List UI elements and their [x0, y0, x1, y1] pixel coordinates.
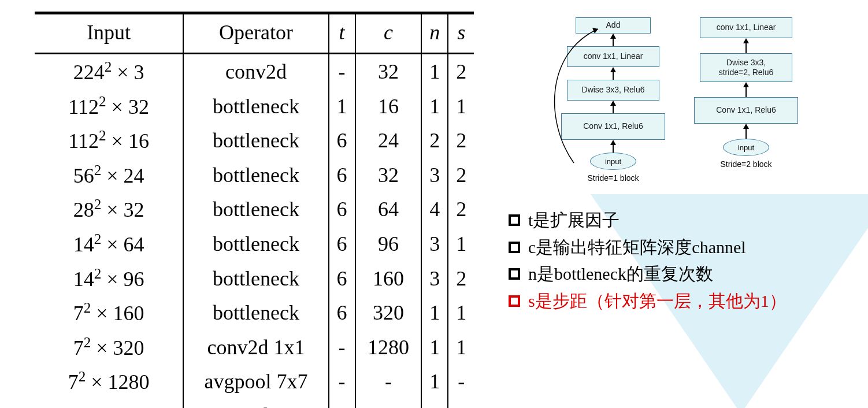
cell-c: k [355, 399, 422, 408]
cell-t: - [329, 364, 355, 399]
cell-s: - [448, 364, 474, 399]
table-row: 72 × 320conv2d 1x1-128011 [35, 330, 474, 365]
architecture-table: Input Operator t c n s 2242 × 3conv2d-32… [35, 12, 474, 408]
stride2-caption: Stride=2 block [720, 160, 771, 169]
cell-operator: bottleneck [183, 158, 328, 192]
cell-input: 72 × 320 [35, 330, 183, 365]
cell-input: 2242 × 3 [35, 54, 183, 89]
cell-t: - [329, 54, 355, 89]
table-row: 1122 × 32bottleneck11611 [35, 89, 474, 124]
cell-t: 6 [329, 192, 355, 227]
cell-c: - [355, 364, 422, 399]
cell-input: 142 × 96 [35, 261, 183, 296]
stride1-caption: Stride=1 block [587, 173, 639, 183]
th-n: n [421, 13, 448, 54]
bullet-square-icon [509, 214, 520, 226]
table-row: 1122 × 16bottleneck62422 [35, 123, 474, 158]
cell-input: 72 × 1280 [35, 364, 183, 399]
bullet-c-text: c是输出特征矩阵深度channel [528, 234, 746, 261]
bullet-square-icon [509, 242, 520, 253]
cell-c: 24 [355, 123, 422, 158]
cell-c: 1280 [355, 330, 422, 365]
cell-operator: bottleneck [183, 295, 328, 330]
bullet-n: n是bottleneck的重复次数 [509, 261, 862, 288]
cell-c: 32 [355, 158, 422, 192]
dwise3x3-s2-box: Dwise 3x3, stride=2, Relu6 [700, 53, 792, 82]
cell-n: 1 [421, 364, 448, 399]
th-t: t [329, 13, 355, 54]
cell-operator: conv2d [183, 54, 328, 89]
dwise3x3-box: Dwise 3x3, Relu6 [567, 80, 659, 101]
cell-input: 142 × 64 [35, 227, 183, 261]
cell-c: 64 [355, 192, 422, 227]
bullet-t-text: t是扩展因子 [528, 207, 620, 234]
cell-operator: bottleneck [183, 192, 328, 227]
th-input: Input [35, 13, 183, 54]
cell-n: 1 [421, 295, 448, 330]
cell-n: 4 [421, 192, 448, 227]
bullet-s: s是步距（针对第一层，其他为1） [509, 288, 862, 315]
cell-c: 16 [355, 89, 422, 124]
cell-operator: bottleneck [183, 123, 328, 158]
cell-s: 2 [448, 192, 474, 227]
bullet-n-text: n是bottleneck的重复次数 [528, 261, 713, 288]
cell-c: 32 [355, 54, 422, 89]
cell-n: 2 [421, 123, 448, 158]
cell-input: 562 × 24 [35, 158, 183, 192]
cell-operator: avgpool 7x7 [183, 364, 328, 399]
cell-c: 160 [355, 261, 422, 296]
conv1x1-linear-box-2: conv 1x1, Linear [700, 17, 792, 38]
cell-n: 1 [421, 330, 448, 365]
cell-n: 3 [421, 227, 448, 261]
parameter-legend: t是扩展因子 c是输出特征矩阵深度channel n是bottleneck的重复… [509, 207, 862, 314]
bullet-t: t是扩展因子 [509, 207, 862, 234]
cell-input: 1122 × 16 [35, 123, 183, 158]
stride2-block: conv 1x1, Linear Dwise 3x3, stride=2, Re… [694, 17, 798, 183]
cell-t: 6 [329, 158, 355, 192]
cell-input: 1 × 1 × 1280 [35, 399, 183, 408]
th-operator: Operator [183, 13, 328, 54]
cell-operator: bottleneck [183, 89, 328, 124]
table-row: 562 × 24bottleneck63232 [35, 158, 474, 192]
cell-n: 3 [421, 158, 448, 192]
cell-operator: conv2d 1x1 [183, 330, 328, 365]
cell-s: 2 [448, 261, 474, 296]
block-diagram: Add conv 1x1, Linear Dwise 3x3, Relu6 Co… [497, 12, 862, 183]
cell-t: 1 [329, 89, 355, 124]
cell-t: 6 [329, 295, 355, 330]
th-c: c [355, 13, 422, 54]
cell-s: 1 [448, 295, 474, 330]
cell-t: 6 [329, 123, 355, 158]
cell-t: - [329, 330, 355, 365]
cell-n: 1 [421, 89, 448, 124]
table-row: 2242 × 3conv2d-3212 [35, 54, 474, 89]
table-row: 72 × 160bottleneck632011 [35, 295, 474, 330]
cell-t: 6 [329, 227, 355, 261]
cell-c: 320 [355, 295, 422, 330]
th-s: s [448, 13, 474, 54]
cell-t: - [329, 399, 355, 408]
cell-s: 2 [448, 123, 474, 158]
cell-input: 282 × 32 [35, 192, 183, 227]
bullet-c: c是输出特征矩阵深度channel [509, 234, 862, 261]
cell-input: 72 × 160 [35, 295, 183, 330]
table-row: 1 × 1 × 1280conv2d 1x1-k- [35, 399, 474, 408]
table-row: 142 × 96bottleneck616032 [35, 261, 474, 296]
cell-s [448, 399, 474, 408]
cell-c: 96 [355, 227, 422, 261]
table-row: 142 × 64bottleneck69631 [35, 227, 474, 261]
input-ellipse-2: input [723, 139, 769, 156]
cell-t: 6 [329, 261, 355, 296]
table-row: 282 × 32bottleneck66442 [35, 192, 474, 227]
conv1x1-linear-box: conv 1x1, Linear [567, 46, 659, 67]
cell-s: 1 [448, 227, 474, 261]
bullet-square-icon [509, 295, 520, 307]
add-box: Add [576, 17, 651, 34]
conv1x1-relu6-box-2: Conv 1x1, Relu6 [694, 97, 798, 124]
input-ellipse: input [590, 153, 636, 170]
cell-operator: bottleneck [183, 227, 328, 261]
cell-n: 3 [421, 261, 448, 296]
cell-input: 1122 × 32 [35, 89, 183, 124]
bullet-s-text: s是步距（针对第一层，其他为1） [528, 288, 787, 315]
cell-s: 2 [448, 158, 474, 192]
